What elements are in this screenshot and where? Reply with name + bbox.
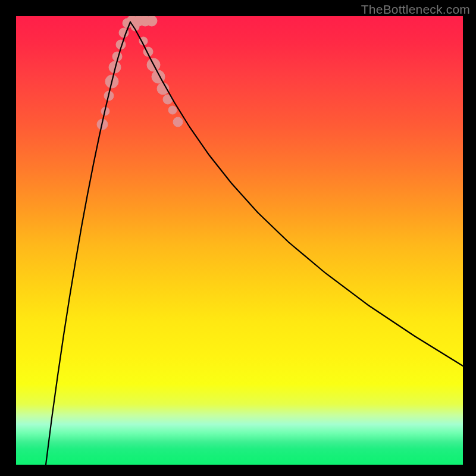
plot-area — [16, 16, 463, 465]
data-marker — [146, 16, 157, 26]
data-marker — [173, 117, 183, 127]
chart-svg — [16, 16, 463, 465]
watermark-text: TheBottleneck.com — [361, 2, 470, 17]
chart-frame: TheBottleneck.com — [0, 0, 476, 476]
data-marker — [168, 106, 177, 114]
markers-group — [97, 16, 183, 130]
curve-left — [46, 22, 130, 465]
curve-right — [130, 22, 463, 366]
